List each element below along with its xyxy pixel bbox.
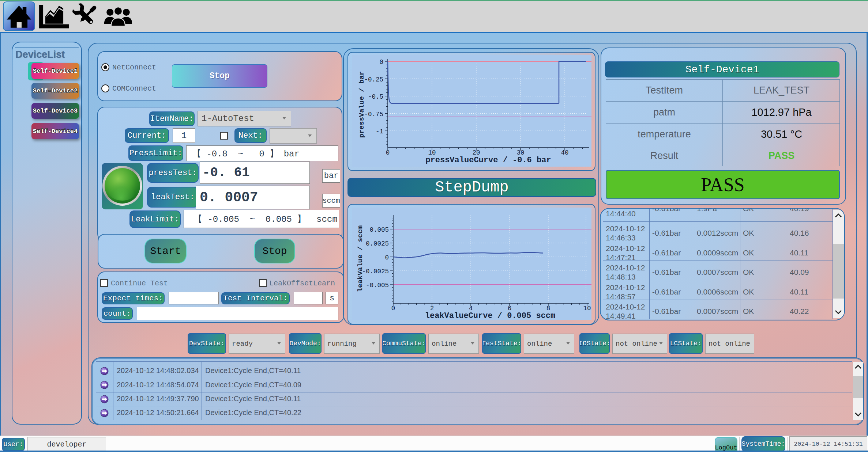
- svg-text:pressValueCurve / -0.6 bar: pressValueCurve / -0.6 bar: [425, 156, 551, 165]
- svg-text:-0.005: -0.005: [366, 282, 389, 289]
- svg-text:-0.25: -0.25: [364, 76, 383, 83]
- svg-text:-1: -1: [376, 128, 383, 135]
- svg-text:-0.0025: -0.0025: [362, 268, 389, 275]
- svg-text:-0.75: -0.75: [364, 111, 383, 118]
- svg-text:pressValue / bar: pressValue / bar: [358, 71, 366, 138]
- svg-text:2: 2: [430, 305, 434, 312]
- svg-text:leakValue / sccm: leakValue / sccm: [356, 225, 364, 292]
- svg-text:0: 0: [391, 305, 395, 312]
- svg-text:0: 0: [379, 58, 383, 66]
- svg-text:0: 0: [385, 254, 389, 261]
- svg-text:10: 10: [583, 305, 591, 312]
- svg-text:6: 6: [508, 305, 512, 312]
- svg-text:0.005: 0.005: [369, 226, 389, 233]
- svg-text:0: 0: [386, 149, 390, 156]
- svg-text:10: 10: [428, 149, 436, 156]
- svg-text:0.0025: 0.0025: [366, 240, 389, 247]
- svg-text:40: 40: [561, 149, 568, 156]
- svg-text:20: 20: [472, 149, 480, 156]
- svg-text:8: 8: [546, 305, 551, 312]
- svg-text:30: 30: [516, 149, 524, 156]
- svg-text:-0.5: -0.5: [368, 93, 383, 100]
- svg-text:4: 4: [469, 305, 473, 312]
- svg-text:leakValueCurve / 0.005 sccm: leakValueCurve / 0.005 sccm: [425, 311, 555, 320]
